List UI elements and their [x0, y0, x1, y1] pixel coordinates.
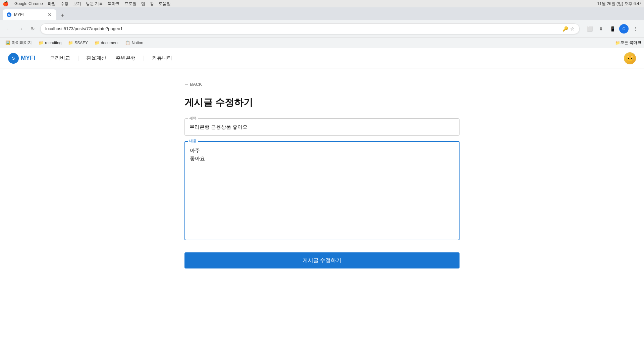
- macos-bar: 🍎 Google Chrome 파일 수정 보기 방문 기록 북마크 프로필 탭…: [0, 0, 644, 7]
- url-text: localhost:5173/posts/77/update?page=1: [45, 26, 123, 31]
- bookmark-ssafy-icon: 📁: [68, 41, 73, 45]
- bookmarks-bar: 🖼️ 마이페이지 📁 recruiting 📁 SSAFY 📁 document…: [0, 38, 644, 48]
- address-bar[interactable]: localhost:5173/posts/77/update?page=1 🔑 …: [40, 23, 580, 34]
- nav-divider-2: ｜: [141, 55, 147, 62]
- bookmarks-all-label: 📁: [615, 41, 620, 45]
- mac-menu-history[interactable]: 방문 기록: [84, 1, 105, 7]
- title-input[interactable]: [184, 118, 460, 136]
- user-avatar[interactable]: 🐱: [624, 52, 636, 64]
- back-label: ← BACK: [184, 82, 202, 87]
- password-icon: 🔑: [562, 26, 568, 32]
- extension-icon[interactable]: ⬜: [585, 24, 594, 34]
- page-title: 게시글 수정하기: [184, 96, 460, 109]
- tab-title: MYFI: [14, 12, 44, 17]
- bookmark-ssafy[interactable]: 📁 SSAFY: [65, 40, 90, 46]
- bookmark-notion-icon: 📋: [125, 41, 130, 45]
- content-field-label: 내용: [188, 138, 198, 143]
- app-logo[interactable]: S MYFI: [8, 53, 35, 64]
- bookmark-notion-label: Notion: [131, 41, 143, 45]
- tab-close-icon[interactable]: ✕: [47, 12, 52, 17]
- nav-item-community[interactable]: 커뮤니티: [148, 53, 176, 63]
- mac-menu-tabs[interactable]: 탭: [139, 1, 147, 7]
- new-tab-button[interactable]: +: [58, 11, 67, 20]
- back-button[interactable]: ←: [4, 24, 13, 34]
- more-options-icon[interactable]: ⋮: [631, 24, 640, 34]
- chrome-tab-active[interactable]: S MYFI ✕: [3, 9, 56, 20]
- bookmarks-all[interactable]: 📁 모든 북마크: [615, 40, 641, 46]
- app-header-right: 🐱: [624, 52, 636, 64]
- chrome-toolbar-right: ⬜ ⬇ 📱 G ⋮: [585, 24, 640, 34]
- bookmark-document-icon: 📁: [95, 41, 100, 45]
- mac-menu-window[interactable]: 창: [148, 1, 156, 7]
- nav-item-nearby[interactable]: 주변은행: [112, 53, 140, 63]
- mac-menu-edit[interactable]: 수정: [58, 1, 70, 7]
- macos-time: 11월 26일 (일) 오후 6:47: [597, 1, 641, 7]
- download-icon[interactable]: ⬇: [596, 24, 606, 34]
- title-field-label: 제목: [188, 116, 198, 121]
- tab-favicon: S: [7, 12, 11, 17]
- mobile-icon[interactable]: 📱: [608, 24, 617, 34]
- bookmark-recruiting-label: recruiting: [45, 41, 61, 45]
- bookmark-notion[interactable]: 📋 Notion: [122, 40, 146, 46]
- mac-menu-help[interactable]: 도움말: [157, 1, 173, 7]
- mac-menu-chrome[interactable]: Google Chrome: [12, 1, 45, 6]
- back-link[interactable]: ← BACK: [184, 82, 460, 87]
- app-nav: 금리비교 ｜ 환율계산 주변은행 ｜ 커뮤니티: [46, 53, 176, 63]
- mac-menu-bookmarks[interactable]: 북마크: [106, 1, 122, 7]
- mac-menu-file[interactable]: 파일: [46, 1, 58, 7]
- nav-item-exchange[interactable]: 환율계산: [82, 53, 110, 63]
- app-logo-icon: S: [8, 53, 19, 64]
- main-content: ← BACK 게시글 수정하기 제목 내용 아주 좋아요 게시글 수정하기: [171, 68, 473, 282]
- chrome-profile-avatar[interactable]: G: [619, 24, 629, 34]
- bookmark-mypage[interactable]: 🖼️ 마이페이지: [3, 39, 35, 46]
- bookmark-recruiting-icon: 📁: [39, 41, 44, 45]
- forward-button[interactable]: →: [16, 24, 25, 34]
- title-field-container: 제목: [184, 118, 460, 136]
- content-textarea[interactable]: 아주 좋아요: [184, 141, 460, 240]
- macos-menu: 🍎 Google Chrome 파일 수정 보기 방문 기록 북마크 프로필 탭…: [3, 1, 173, 7]
- bookmark-recruiting[interactable]: 📁 recruiting: [36, 40, 64, 46]
- bookmark-mypage-label: 마이페이지: [12, 40, 32, 46]
- chrome-tabbar: S MYFI ✕ +: [0, 7, 644, 20]
- reload-button[interactable]: ↻: [28, 24, 38, 34]
- app-logo-text: MYFI: [21, 55, 35, 62]
- nav-divider-1: ｜: [75, 55, 81, 62]
- bookmark-ssafy-label: SSAFY: [74, 41, 88, 45]
- macos-status-bar: 11월 26일 (일) 오후 6:47: [597, 1, 641, 7]
- nav-item-rate[interactable]: 금리비교: [46, 53, 74, 63]
- submit-button[interactable]: 게시글 수정하기: [184, 252, 460, 268]
- mac-menu-view[interactable]: 보기: [71, 1, 83, 7]
- address-bar-icons: 🔑 ☆: [562, 26, 575, 32]
- bookmark-mypage-icon: 🖼️: [5, 41, 10, 45]
- mac-menu-items: Google Chrome 파일 수정 보기 방문 기록 북마크 프로필 탭 창…: [12, 1, 173, 7]
- bookmark-star-icon[interactable]: ☆: [570, 26, 575, 32]
- content-field-container: 내용 아주 좋아요: [184, 141, 460, 242]
- bookmark-document-label: document: [101, 41, 119, 45]
- apple-logo-icon: 🍎: [3, 1, 8, 6]
- bookmark-document[interactable]: 📁 document: [92, 40, 121, 46]
- mac-menu-profiles[interactable]: 프로필: [122, 1, 139, 7]
- chrome-addressbar: ← → ↻ localhost:5173/posts/77/update?pag…: [0, 20, 644, 38]
- bookmarks-all-text: 모든 북마크: [620, 40, 641, 46]
- app-header: S MYFI 금리비교 ｜ 환율계산 주변은행 ｜ 커뮤니티 🐱: [0, 48, 644, 68]
